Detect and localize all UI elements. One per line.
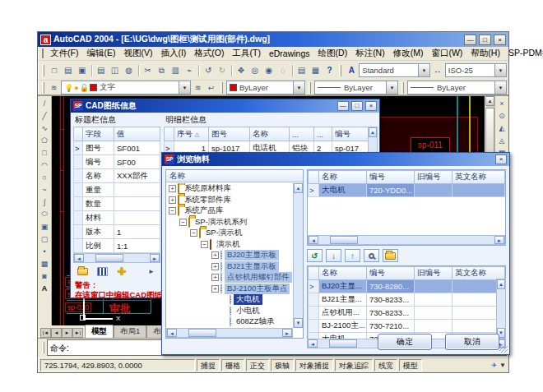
browse-titlebar[interactable]: SP 浏览物料 × [162,153,509,166]
layer-combo[interactable]: 💡 ● 🔓 文字 ▼ [61,81,191,95]
tree-item-raw-materials[interactable]: + 系统原材料库 [166,183,293,195]
menu-edrawings[interactable]: eDrawings [265,48,314,59]
toolbar-grip[interactable] [42,342,44,353]
scrollbar-thumb[interactable] [485,108,494,157]
value-cell[interactable] [114,183,160,197]
scroll-down-icon[interactable]: ▼ [294,318,303,328]
table-row[interactable]: 重量 [74,183,160,197]
erase-icon[interactable]: × [496,97,508,109]
open-folder-icon[interactable] [383,249,398,262]
properties-icon[interactable] [295,63,309,77]
tree-item-bj2100[interactable]: + BJ-2100主板单点 [166,284,293,295]
maximize-button[interactable]: □ [479,35,491,45]
toggle-lineweight[interactable]: 线宽 [374,359,397,371]
tree-item-small-motor[interactable]: 小电机 [166,306,293,317]
expand-icon[interactable]: + [211,274,219,281]
color-combo[interactable]: ByLayer ▼ [226,81,305,95]
scrollbar-thumb[interactable] [95,254,123,262]
scrollbar-thumb[interactable] [329,339,357,348]
combo-arrow-icon[interactable]: ▼ [293,81,304,94]
dim-style-icon[interactable] [431,63,444,77]
col-code[interactable]: 编号 [367,171,415,184]
value-cell[interactable]: SF00 [114,155,160,169]
tree-item-demo-machine[interactable]: − 演示机 [166,239,293,251]
tree-label[interactable]: BJ20主显示板 [225,250,279,261]
mirror-icon[interactable]: ◭ [496,122,508,134]
combo-arrow-icon[interactable]: ▼ [386,81,397,94]
redo-icon[interactable] [216,63,229,77]
move-down-icon[interactable]: ↓ [326,249,341,262]
value-cell[interactable]: XXX部件 [114,169,160,183]
status-menu-arrow-icon[interactable]: ▼ [499,362,506,369]
menu-insert[interactable]: 插入(I) [156,47,190,60]
rectangle-icon[interactable]: □ [39,146,51,159]
zoom-window-icon[interactable] [262,63,276,77]
toolbar-grip[interactable] [309,82,311,94]
menu-file[interactable]: 文件(F) [46,47,82,60]
toggle-snap[interactable]: 捕捉 [197,359,220,371]
table-row[interactable]: 比例 1:1 [74,239,160,253]
tree-label[interactable]: 小电机 [234,306,262,316]
zoom-previous-icon[interactable] [276,63,290,77]
title-block-hscrollbar[interactable]: ◄ ► [73,253,160,263]
menu-view[interactable]: 视图(V) [119,47,156,60]
make-layer-current-icon[interactable]: ≋ [192,81,204,94]
point-icon[interactable]: • [39,245,51,257]
polyline-icon[interactable]: ∿ [39,122,51,134]
search-icon[interactable] [364,249,379,262]
cancel-button[interactable]: 取消 [445,334,499,350]
toggle-osnap[interactable]: 对象捕捉 [295,359,333,371]
load-from-drawing-icon[interactable] [75,265,90,278]
layer-previous-icon[interactable]: ↩ [205,81,217,94]
scrollbar-thumb[interactable] [188,329,216,337]
tree-item-screw-parts[interactable]: + 点钞机用螺钉部件 [166,272,293,284]
zoom-realtime-icon[interactable] [248,63,262,77]
tree-header[interactable]: 名称 [166,170,303,182]
collapse-icon[interactable]: − [190,229,197,237]
tree-item-product-library[interactable]: − 系统产品库 [166,205,293,217]
toolbar-grip[interactable] [42,65,44,76]
material-row[interactable]: BJ-2100主... 730-7210... [309,320,505,333]
copy-clip-icon[interactable] [155,63,168,77]
toolbar-grip[interactable] [42,82,44,94]
tree-label[interactable]: 演示机 [214,239,243,250]
scroll-left-icon[interactable]: ◄ [309,236,318,244]
copy-object-icon[interactable]: ⊙ [496,109,508,122]
dim-style-combo[interactable]: ISO-25 ▼ [445,63,507,77]
drawing-file-icon[interactable] [42,48,44,58]
dialog-maximize-button[interactable]: □ [351,101,363,111]
tab-model[interactable]: 模型 [85,325,114,338]
combo-arrow-icon[interactable]: ▼ [179,81,190,94]
browse-close-button[interactable]: × [495,154,507,164]
tree-item-sp-series[interactable]: − SP-演示机系列 [166,217,293,228]
designcenter-icon[interactable] [309,63,323,77]
value-cell[interactable] [114,211,160,225]
toolbar-grip[interactable] [401,82,404,94]
toggle-polar[interactable]: 极轴 [271,359,294,371]
revcloud-icon[interactable]: ~ [39,183,51,196]
detail-header-dots2[interactable]: ... [314,127,332,141]
value-cell[interactable]: 1:1 [114,239,160,253]
dialog-minimize-button[interactable]: — [337,101,349,111]
toggle-model[interactable]: 模型 [399,359,422,371]
combo-arrow-icon[interactable]: ▼ [418,64,429,76]
table-row[interactable]: 数量 [74,197,160,211]
tab-layout1[interactable]: 布局1 [114,325,146,338]
table-row[interactable]: 编号 SF00 [74,155,160,169]
selected-material-row[interactable]: > 大电机 720-YDD0... [309,184,505,197]
scroll-left-icon[interactable]: ◄ [167,329,177,337]
menu-dimension[interactable]: 标注(N) [351,47,389,60]
value-cell[interactable]: SF001 [114,141,160,155]
barcode-icon[interactable] [95,265,109,278]
hatch-icon[interactable]: ▦ [39,257,51,270]
tree-label[interactable]: 系统零部件库 [182,195,234,205]
menu-sp-pdm-plugin[interactable]: SP-PDM插件(P) [504,47,543,60]
col-code[interactable]: 编号 [367,267,415,280]
text-style-icon[interactable] [345,63,358,77]
tree-hscrollbar[interactable]: ◄ ► [166,328,293,338]
spline-icon[interactable]: ∫ [39,196,51,208]
menu-tools[interactable]: 工具(T) [229,47,265,60]
detail-header-seq[interactable]: 序号 △ [174,127,209,141]
tab-last-icon[interactable]: ►| [72,328,83,338]
expand-icon[interactable]: + [211,285,219,293]
